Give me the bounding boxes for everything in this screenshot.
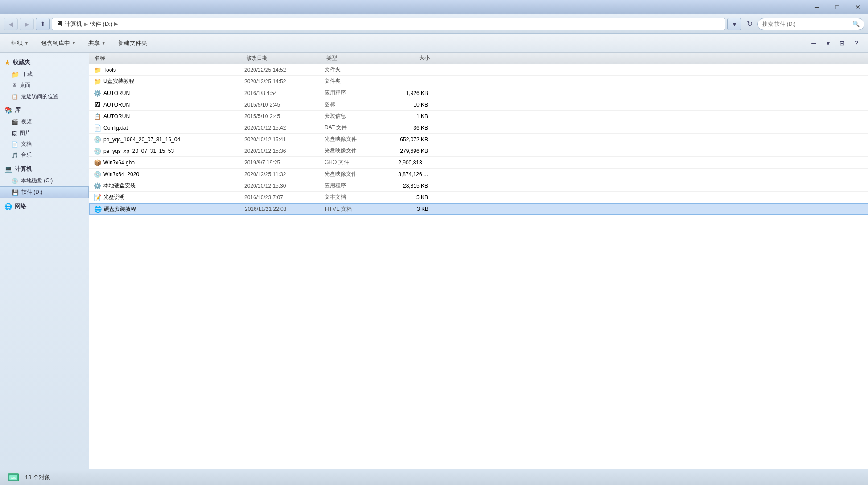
file-name: Win7x64_2020 xyxy=(103,171,244,177)
include-button[interactable]: 包含到库中 ▼ xyxy=(35,36,82,50)
organize-label: 组织 xyxy=(11,39,23,47)
table-row[interactable]: 📁 Tools 2020/12/25 14:52 文件夹 xyxy=(89,64,868,76)
file-type: 应用程序 xyxy=(325,182,378,189)
table-row[interactable]: ⚙️ 本地硬盘安装 2020/10/12 15:30 应用程序 28,315 K… xyxy=(89,180,868,192)
file-size: 10 KB xyxy=(378,102,432,108)
status-count: 13 个对象 xyxy=(25,473,50,481)
header-date[interactable]: 修改日期 xyxy=(244,54,325,62)
sidebar-item-drive-d[interactable]: 💾 软件 (D:) xyxy=(0,186,89,198)
view-list-button[interactable]: ☰ xyxy=(807,37,820,49)
filelist-header: 名称 修改日期 类型 大小 xyxy=(89,53,868,64)
computer-icon: 💻 xyxy=(4,165,12,173)
drive-d-icon: 💾 xyxy=(12,189,19,196)
file-size: 36 KB xyxy=(378,125,432,131)
path-computer: 计算机 xyxy=(65,20,82,28)
image-label: 图片 xyxy=(20,129,30,137)
up-button[interactable]: ⬆ xyxy=(36,18,50,30)
file-date: 2020/10/12 15:41 xyxy=(244,136,325,143)
include-arrow: ▼ xyxy=(72,41,76,45)
library-label: 库 xyxy=(15,106,21,114)
sidebar-item-download[interactable]: 📁 下载 xyxy=(0,69,89,80)
close-button[interactable]: ✕ xyxy=(847,0,868,14)
path-arrow[interactable]: ▶ xyxy=(114,21,118,27)
music-label: 音乐 xyxy=(21,152,32,159)
file-icon: 🖼 xyxy=(93,100,102,109)
sidebar-item-doc[interactable]: 📄 文档 xyxy=(0,139,89,150)
sidebar-computer-header[interactable]: 💻 计算机 xyxy=(0,163,89,175)
header-name[interactable]: 名称 xyxy=(93,54,244,62)
file-name: 硬盘安装教程 xyxy=(104,206,245,213)
back-button[interactable]: ◀ xyxy=(4,18,18,30)
help-button[interactable]: ? xyxy=(850,37,863,49)
sidebar-item-music[interactable]: 🎵 音乐 xyxy=(0,150,89,161)
file-date: 2020/10/12 15:42 xyxy=(244,125,325,131)
table-row[interactable]: 💿 pe_yqs_1064_20_07_31_16_04 2020/10/12 … xyxy=(89,134,868,145)
network-label: 网络 xyxy=(15,202,26,210)
file-type: 文件夹 xyxy=(325,78,378,85)
new-folder-button[interactable]: 新建文件夹 xyxy=(112,36,153,50)
file-size: 652,072 KB xyxy=(378,136,432,143)
view-dropdown-button[interactable]: ▾ xyxy=(822,37,834,49)
file-name: Tools xyxy=(103,67,244,73)
table-row[interactable]: 📝 光盘说明 2016/10/23 7:07 文本文档 5 KB xyxy=(89,192,868,203)
refresh-button[interactable]: ↻ xyxy=(743,18,756,30)
address-path[interactable]: 🖥 计算机 ▶ 软件 (D:) ▶ xyxy=(52,18,725,30)
sidebar-network-section: 🌐 网络 xyxy=(0,200,89,213)
drive-c-icon: 💿 xyxy=(12,178,18,184)
table-row[interactable]: 📄 Config.dat 2020/10/12 15:42 DAT 文件 36 … xyxy=(89,122,868,134)
table-row[interactable]: 📁 U盘安装教程 2020/12/25 14:52 文件夹 xyxy=(89,76,868,87)
drive-c-label: 本地磁盘 (C:) xyxy=(21,177,53,185)
path-dropdown-button[interactable]: ▾ xyxy=(727,18,741,30)
file-rows-container: 📁 Tools 2020/12/25 14:52 文件夹 📁 U盘安装教程 20… xyxy=(89,64,868,215)
computer-label: 计算机 xyxy=(15,165,32,173)
table-row[interactable]: 💿 Win7x64_2020 2020/12/25 11:32 光盘映像文件 3… xyxy=(89,169,868,180)
include-label: 包含到库中 xyxy=(41,39,70,47)
path-drive: 软件 (D:) xyxy=(90,20,112,28)
sidebar-item-desktop[interactable]: 🖥 桌面 xyxy=(0,80,89,91)
file-size: 1 KB xyxy=(378,113,432,119)
table-row[interactable]: 💿 pe_yqs_xp_20_07_31_15_53 2020/10/12 15… xyxy=(89,145,868,157)
sidebar-item-drive-c[interactable]: 💿 本地磁盘 (C:) xyxy=(0,175,89,186)
sidebar-library-section: 📚 库 🎬 视频 🖼 图片 📄 文档 🎵 音乐 xyxy=(0,104,89,161)
details-pane-button[interactable]: ⊟ xyxy=(836,37,848,49)
file-size: 1,926 KB xyxy=(378,90,432,96)
file-type: 文件夹 xyxy=(325,66,378,74)
file-name: Win7x64.gho xyxy=(103,160,244,166)
table-row[interactable]: ⚙️ AUTORUN 2016/1/8 4:54 应用程序 1,926 KB xyxy=(89,87,868,99)
file-icon: 📦 xyxy=(93,158,102,167)
file-name: AUTORUN xyxy=(103,113,244,119)
file-date: 2016/1/8 4:54 xyxy=(244,90,325,96)
header-type[interactable]: 类型 xyxy=(325,54,378,62)
file-date: 2019/9/7 19:25 xyxy=(244,160,325,166)
share-label: 共享 xyxy=(88,39,100,47)
recent-icon: 📋 xyxy=(12,94,18,100)
statusbar: WIN 13 个对象 xyxy=(0,469,868,485)
minimize-button[interactable]: ─ xyxy=(806,0,827,14)
sidebar-item-recent[interactable]: 📋 最近访问的位置 xyxy=(0,91,89,102)
sidebar-library-header[interactable]: 📚 库 xyxy=(0,104,89,116)
file-size: 5 KB xyxy=(378,194,432,201)
file-size: 279,696 KB xyxy=(378,148,432,154)
table-row[interactable]: 🖼 AUTORUN 2015/5/10 2:45 图标 10 KB xyxy=(89,99,868,111)
share-button[interactable]: 共享 ▼ xyxy=(82,36,111,50)
file-date: 2015/5/10 2:45 xyxy=(244,102,325,108)
header-size[interactable]: 大小 xyxy=(378,54,432,62)
star-icon: ★ xyxy=(4,59,10,66)
file-size: 28,315 KB xyxy=(378,183,432,189)
sidebar-network-header[interactable]: 🌐 网络 xyxy=(0,200,89,213)
search-input[interactable] xyxy=(762,21,850,27)
sidebar-favorites-header[interactable]: ★ 收藏夹 xyxy=(0,56,89,69)
forward-button[interactable]: ▶ xyxy=(20,18,34,30)
sidebar-item-video[interactable]: 🎬 视频 xyxy=(0,116,89,127)
file-date: 2020/10/12 15:30 xyxy=(244,183,325,189)
recent-label: 最近访问的位置 xyxy=(21,93,58,100)
organize-button[interactable]: 组织 ▼ xyxy=(5,36,34,50)
table-row[interactable]: 📦 Win7x64.gho 2019/9/7 19:25 GHO 文件 2,90… xyxy=(89,157,868,169)
table-row[interactable]: 📋 AUTORUN 2015/5/10 2:45 安装信息 1 KB xyxy=(89,111,868,122)
svg-text:WIN: WIN xyxy=(11,477,16,479)
sidebar-item-image[interactable]: 🖼 图片 xyxy=(0,127,89,139)
maximize-button[interactable]: □ xyxy=(827,0,847,14)
table-row[interactable]: 🌐 硬盘安装教程 2016/11/21 22:03 HTML 文档 3 KB xyxy=(89,203,868,215)
file-type: 文本文档 xyxy=(325,193,378,201)
drive-d-label: 软件 (D:) xyxy=(21,189,42,196)
